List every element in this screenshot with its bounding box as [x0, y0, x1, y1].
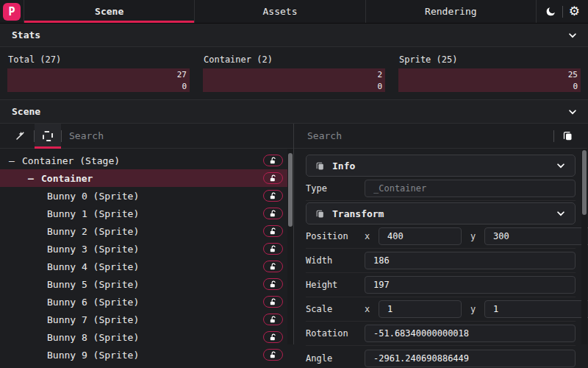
copy-icon[interactable] — [315, 161, 325, 171]
scrollbar-thumb[interactable] — [582, 150, 587, 215]
chevron-down-icon[interactable] — [556, 160, 566, 171]
tab-assets[interactable]: Assets — [195, 0, 365, 23]
copy-properties-button[interactable] — [554, 124, 581, 149]
tree-row-bunny-6[interactable]: Bunny 6 (Sprite) — [0, 293, 293, 311]
position-field-row: Position x y — [306, 224, 576, 249]
topbar-divider — [562, 6, 563, 18]
x-axis-label: x — [365, 304, 373, 314]
tree-row-container-stage[interactable]: — Container (Stage) — [0, 152, 293, 169]
tree-row-bunny-4[interactable]: Bunny 4 (Sprite) — [0, 258, 293, 275]
settings-gear-icon[interactable]: ⚙ — [569, 5, 580, 18]
lock-toggle[interactable] — [263, 296, 283, 308]
dark-mode-moon-icon[interactable] — [545, 6, 556, 18]
stat-sprite-value: 25 — [398, 68, 581, 80]
angle-field-row: Angle — [306, 346, 576, 368]
unlock-icon — [269, 245, 277, 253]
tree-row-bunny-0[interactable]: Bunny 0 (Sprite) — [0, 187, 293, 205]
tree-node-label: Bunny 8 (Sprite) — [47, 332, 139, 343]
position-y-input[interactable] — [484, 227, 588, 245]
angle-input[interactable] — [365, 350, 576, 367]
unlock-icon — [269, 298, 277, 306]
chevron-down-icon[interactable] — [556, 208, 566, 219]
stat-total-label: Total (27) — [8, 54, 190, 65]
width-label: Width — [306, 255, 365, 266]
stats-section-header[interactable]: Stats — [0, 24, 588, 47]
position-x-input[interactable] — [379, 227, 462, 245]
rotation-input[interactable] — [365, 325, 576, 342]
tree-row-bunny-1[interactable]: Bunny 1 (Sprite) — [0, 205, 293, 222]
chevron-down-icon[interactable] — [567, 107, 578, 117]
tree-row-bunny-2[interactable]: Bunny 2 (Sprite) — [0, 222, 293, 240]
tab-rendering[interactable]: Rendering — [366, 0, 537, 23]
scale-x-input[interactable] — [379, 300, 462, 318]
type-input[interactable] — [365, 180, 576, 197]
stats-body: Total (27) 27 0 Container (2) 2 0 Sprite… — [0, 47, 588, 100]
lock-toggle[interactable] — [263, 349, 283, 361]
tree-node-label: Bunny 9 (Sprite) — [47, 350, 139, 361]
stat-total-value: 27 — [7, 68, 190, 80]
scene-tree: — Container (Stage) — Container Bunny 0 … — [0, 149, 293, 364]
tree-search-input[interactable] — [62, 124, 287, 148]
tree-scrollbar[interactable] — [287, 149, 293, 344]
stat-container: Container (2) 2 0 — [203, 53, 385, 92]
scale-label: Scale — [306, 304, 365, 314]
lock-toggle[interactable] — [263, 278, 283, 290]
stat-sprite-bar: 25 0 — [398, 68, 581, 92]
rotation-label: Rotation — [306, 328, 365, 339]
unlock-icon — [269, 333, 277, 342]
width-input[interactable] — [365, 252, 576, 269]
lock-toggle[interactable] — [263, 155, 283, 166]
unlock-icon — [269, 174, 277, 183]
lock-toggle[interactable] — [263, 172, 283, 184]
transform-section-header[interactable]: Transform — [306, 202, 576, 224]
tree-node-label: Bunny 3 (Sprite) — [47, 244, 139, 255]
properties-panel: Info Type Transform Position — [294, 124, 587, 344]
stat-total-secondary: 0 — [7, 80, 190, 92]
y-axis-label: y — [470, 231, 479, 241]
tree-toolbar — [0, 124, 293, 149]
tab-scene[interactable]: Scene — [24, 0, 195, 23]
unlock-icon — [269, 263, 277, 271]
tree-row-bunny-8[interactable]: Bunny 8 (Sprite) — [0, 328, 293, 346]
lock-toggle[interactable] — [263, 261, 283, 272]
lock-toggle[interactable] — [263, 314, 283, 325]
wand-pick-button[interactable] — [6, 124, 34, 149]
stat-container-secondary: 0 — [203, 80, 385, 92]
properties-scrollbar[interactable] — [581, 149, 587, 344]
width-field-row: Width — [306, 249, 576, 273]
height-field-row: Height — [306, 273, 576, 297]
properties-search-input[interactable] — [300, 124, 553, 148]
unlock-icon — [269, 192, 277, 200]
lock-toggle[interactable] — [263, 190, 283, 202]
copy-icon[interactable] — [315, 209, 325, 219]
stat-container-value: 2 — [203, 68, 385, 80]
scene-title: Scene — [12, 106, 40, 117]
lock-toggle[interactable] — [263, 225, 283, 237]
unlock-icon — [269, 280, 277, 289]
logo-cell: P — [0, 0, 24, 23]
position-label: Position — [306, 231, 365, 241]
scene-tree-panel: — Container (Stage) — Container Bunny 0 … — [0, 124, 294, 344]
tree-node-label: Container — [41, 173, 93, 184]
pixi-logo[interactable]: P — [3, 3, 21, 21]
tree-row-bunny-9[interactable]: Bunny 9 (Sprite) — [0, 346, 293, 364]
collapse-icon[interactable]: — — [25, 173, 37, 184]
tree-row-bunny-7[interactable]: Bunny 7 (Sprite) — [0, 311, 293, 328]
tree-row-bunny-3[interactable]: Bunny 3 (Sprite) — [0, 240, 293, 258]
info-section-header[interactable]: Info — [306, 155, 576, 177]
scene-section-header[interactable]: Scene — [0, 100, 588, 124]
y-axis-label: y — [470, 304, 479, 314]
chevron-down-icon[interactable] — [567, 30, 578, 40]
scrollbar-thumb[interactable] — [288, 153, 293, 227]
stat-container-bar: 2 0 — [203, 68, 385, 92]
tree-row-container[interactable]: — Container — [0, 169, 293, 187]
marquee-select-button[interactable] — [35, 124, 61, 149]
collapse-icon[interactable]: — — [6, 155, 18, 166]
lock-toggle[interactable] — [263, 331, 283, 343]
lock-toggle[interactable] — [263, 243, 283, 255]
stat-sprite-label: Sprite (25) — [399, 54, 581, 65]
lock-toggle[interactable] — [263, 208, 283, 219]
height-input[interactable] — [365, 276, 576, 294]
tree-row-bunny-5[interactable]: Bunny 5 (Sprite) — [0, 275, 293, 293]
scale-y-input[interactable] — [484, 300, 588, 318]
